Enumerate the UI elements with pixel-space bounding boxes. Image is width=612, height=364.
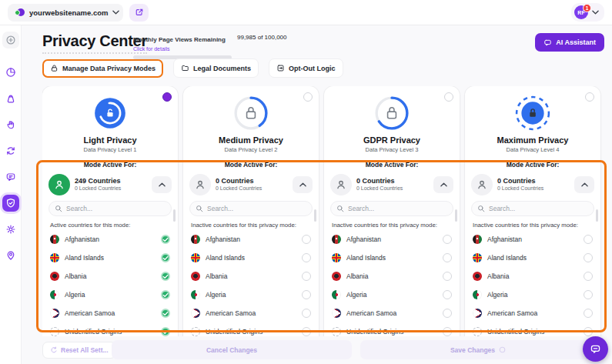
list-scrollbar[interactable] [314, 209, 316, 222]
country-row[interactable]: American Samoa [48, 304, 172, 322]
mode-select-radio[interactable] [444, 92, 453, 102]
check-circle-icon[interactable] [161, 290, 170, 299]
country-row[interactable]: Afghanistan [330, 230, 453, 249]
open-site-button[interactable] [129, 4, 149, 22]
country-row[interactable]: Unidentified Origins [189, 322, 313, 336]
country-search[interactable] [471, 201, 594, 216]
collapse-section-button[interactable] [293, 176, 313, 193]
country-row[interactable]: Afghanistan [189, 230, 313, 249]
empty-radio-circle[interactable] [443, 253, 452, 262]
page-views-details-link[interactable]: Click for details [133, 46, 314, 52]
empty-radio-circle[interactable] [584, 253, 593, 262]
empty-radio-circle[interactable] [443, 235, 452, 244]
list-scrollbar[interactable] [173, 209, 176, 222]
tab-legal-documents[interactable]: Legal Documents [173, 58, 259, 78]
sidebar-item-orders[interactable] [2, 90, 19, 107]
country-row[interactable]: Albania [471, 267, 594, 286]
tab-opt-out-logic[interactable]: Opt-Out Logic [269, 58, 343, 78]
cancel-changes-button[interactable]: Cancel Changes [112, 340, 352, 359]
country-row[interactable]: Albania [189, 267, 313, 286]
country-search-input[interactable] [348, 205, 447, 212]
country-row[interactable]: Algeria [48, 286, 172, 304]
country-row[interactable]: Algeria [189, 286, 313, 304]
sidebar-item-settings[interactable] [2, 221, 19, 238]
country-row[interactable]: Afghanistan [48, 230, 172, 249]
sidebar-item-gestures[interactable] [2, 116, 19, 133]
chat-fab-button[interactable] [583, 336, 608, 362]
country-search-input[interactable] [66, 205, 166, 212]
sidebar-item-privacy-center[interactable] [2, 195, 19, 212]
check-circle-icon[interactable] [161, 272, 170, 281]
check-circle-icon[interactable] [161, 327, 170, 336]
empty-radio-circle[interactable] [302, 253, 311, 262]
sidebar-item-messages[interactable] [2, 169, 19, 185]
collapse-section-button[interactable] [152, 176, 172, 193]
empty-radio-circle[interactable] [584, 309, 593, 318]
site-selector[interactable]: yourwebsitename.com [8, 4, 123, 22]
empty-radio-circle[interactable] [584, 327, 593, 336]
page-views-widget: Monthly Page Views Remaining 99,985 of 1… [133, 31, 314, 59]
country-row[interactable]: American Samoa [189, 304, 313, 322]
aland-islands-flag [191, 253, 200, 262]
country-row[interactable]: Aland Islands [48, 249, 172, 267]
country-search[interactable] [48, 201, 172, 216]
country-row[interactable]: Albania [330, 267, 453, 286]
empty-radio-circle[interactable] [584, 290, 593, 299]
empty-radio-circle[interactable] [584, 235, 593, 244]
mode-select-radio[interactable] [162, 92, 172, 102]
person-icon [48, 174, 70, 195]
country-row[interactable]: Unidentified Origins [471, 322, 594, 336]
country-search[interactable] [330, 201, 453, 216]
reset-all-settings-button[interactable]: Reset All Sett... [42, 342, 116, 359]
collapse-section-button[interactable] [574, 176, 594, 193]
account-menu[interactable]: RF 1 [571, 3, 604, 22]
country-row[interactable]: Aland Islands [471, 249, 594, 267]
country-row[interactable]: American Samoa [330, 304, 453, 322]
afghanistan-flag [50, 235, 59, 244]
empty-radio-circle[interactable] [302, 327, 311, 336]
country-search[interactable] [189, 201, 313, 216]
mode-active-label: Mode Active For: [330, 161, 453, 169]
privacy-level-icon [515, 95, 550, 131]
country-row[interactable]: Aland Islands [189, 249, 313, 267]
mode-select-radio[interactable] [585, 92, 594, 102]
country-row[interactable]: Algeria [471, 286, 594, 304]
empty-radio-circle[interactable] [443, 309, 452, 318]
sidebar-item-add[interactable] [2, 32, 19, 48]
page-views-label: Monthly Page Views Remaining [133, 36, 226, 43]
country-row[interactable]: Unidentified Origins [330, 322, 453, 336]
empty-radio-circle[interactable] [443, 272, 452, 281]
ai-assistant-button[interactable]: AI Assistant [535, 33, 604, 52]
collapse-section-button[interactable] [433, 176, 453, 193]
save-changes-button[interactable]: Save Changes [360, 340, 596, 359]
tab-manage-data-privacy-modes[interactable]: Manage Data Privacy Modes [42, 59, 163, 78]
empty-radio-circle[interactable] [302, 290, 311, 299]
country-row[interactable]: Afghanistan [471, 230, 594, 249]
empty-radio-circle[interactable] [443, 327, 452, 336]
country-row[interactable]: American Samoa [471, 304, 594, 322]
empty-radio-circle[interactable] [302, 235, 311, 244]
country-search-input[interactable] [207, 205, 306, 212]
sidebar-item-analytics[interactable] [2, 64, 19, 81]
albania-flag [332, 272, 341, 281]
check-circle-icon[interactable] [161, 235, 170, 244]
mode-select-radio[interactable] [303, 92, 313, 102]
empty-radio-circle[interactable] [443, 290, 452, 299]
card-title: Maximum Privacy [471, 135, 594, 145]
country-row[interactable]: Unidentified Origins [48, 322, 172, 336]
sidebar-item-sync[interactable] [2, 142, 19, 159]
country-row[interactable]: Algeria [330, 286, 453, 304]
country-search-input[interactable] [489, 205, 588, 212]
check-circle-icon[interactable] [161, 309, 170, 318]
country-row[interactable]: Aland Islands [330, 249, 453, 267]
country-row[interactable]: Albania [48, 267, 172, 286]
empty-radio-circle[interactable] [584, 272, 593, 281]
empty-radio-circle[interactable] [302, 272, 311, 281]
locked-countries-count: 0 Locked Countries [497, 185, 543, 192]
empty-radio-circle[interactable] [302, 309, 311, 318]
list-scrollbar[interactable] [596, 209, 598, 222]
card-title: Light Privacy [48, 135, 172, 145]
sidebar-item-location[interactable] [2, 247, 19, 264]
check-circle-icon[interactable] [161, 253, 170, 262]
list-scrollbar[interactable] [455, 209, 457, 222]
